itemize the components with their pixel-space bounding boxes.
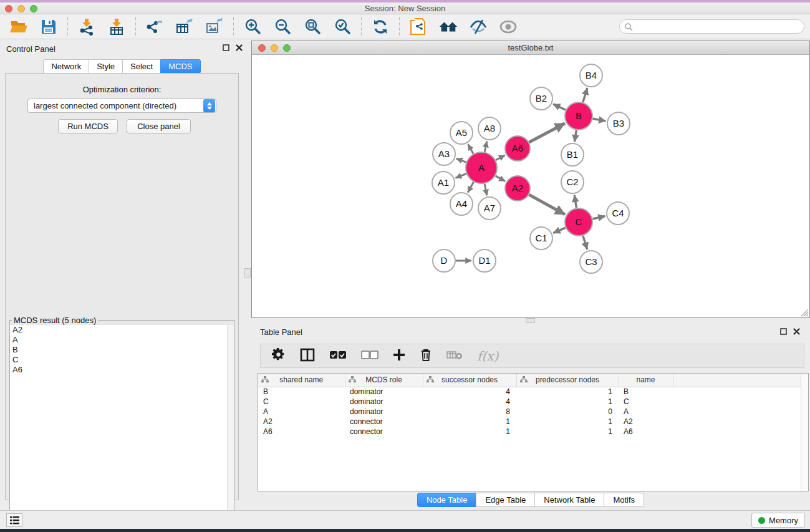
run-mcds-button[interactable]: Run MCDS — [58, 119, 118, 133]
column-header-name[interactable]: name — [619, 374, 673, 387]
node-C3[interactable]: C3 — [580, 251, 602, 273]
tab-select[interactable]: Select — [122, 59, 160, 74]
export-table-icon[interactable] — [175, 17, 195, 36]
node-B1[interactable]: B1 — [561, 143, 584, 166]
edge-A-A4[interactable] — [468, 182, 473, 193]
export-image-icon[interactable] — [205, 17, 224, 36]
edge-A-A7[interactable] — [485, 183, 487, 195]
node-D[interactable]: D — [433, 249, 455, 272]
close-window-button[interactable] — [5, 5, 12, 12]
show-all-icon[interactable] — [498, 17, 518, 36]
divider-grip-left[interactable] — [244, 268, 251, 278]
node-B4[interactable]: B4 — [580, 64, 602, 87]
edge-B-B3[interactable] — [593, 118, 606, 121]
edge-A-A6[interactable] — [496, 155, 505, 160]
edge-A-A1[interactable] — [456, 174, 466, 178]
edge-B-B2[interactable] — [553, 104, 566, 110]
result-item-a6[interactable]: A6 — [10, 365, 234, 375]
node-A4[interactable]: A4 — [450, 193, 473, 215]
edge-A2-C[interactable] — [529, 195, 565, 215]
node-A7[interactable]: A7 — [478, 197, 501, 220]
delete-table-icon[interactable] — [446, 350, 463, 362]
task-history-button[interactable] — [6, 513, 22, 527]
node-A3[interactable]: A3 — [433, 143, 455, 165]
node-B[interactable]: B — [565, 102, 592, 130]
table-columns-icon[interactable] — [300, 348, 315, 364]
divider-grip-bottom[interactable] — [526, 318, 535, 323]
column-header-predecessor-nodes[interactable]: predecessor nodes — [516, 374, 619, 387]
edge-B-B1[interactable] — [574, 130, 576, 142]
node-A6[interactable]: A6 — [505, 136, 530, 161]
node-A8[interactable]: A8 — [478, 117, 501, 140]
edge-C-C3[interactable] — [583, 236, 587, 249]
result-scrollbar[interactable] — [227, 325, 234, 528]
float-panel-icon[interactable] — [223, 44, 229, 51]
result-item-a[interactable]: A — [10, 335, 234, 345]
network-zoom-button[interactable] — [283, 44, 291, 52]
resize-grip-icon[interactable] — [800, 308, 809, 317]
import-table-icon[interactable] — [107, 17, 127, 36]
add-column-icon[interactable] — [393, 349, 405, 364]
table-scrollbar[interactable] — [801, 374, 808, 491]
close-panel-button[interactable]: Close panel — [127, 119, 191, 133]
edge-C-C2[interactable] — [574, 195, 576, 208]
close-panel-icon[interactable] — [236, 44, 243, 51]
edge-B-B4[interactable] — [583, 88, 587, 102]
close-table-panel-icon[interactable] — [793, 328, 800, 335]
node-C4[interactable]: C4 — [607, 202, 629, 225]
hide-selected-icon[interactable] — [468, 17, 488, 36]
tab-network[interactable]: Network — [43, 59, 89, 74]
memory-button[interactable]: Memory — [751, 513, 805, 528]
refresh-icon[interactable] — [370, 17, 390, 36]
zoom-in-icon[interactable] — [243, 17, 263, 36]
search-input[interactable] — [633, 22, 804, 31]
table-row-b[interactable]: Bdominator41B — [258, 387, 802, 397]
node-D1[interactable]: D1 — [473, 249, 496, 272]
open-session-icon[interactable] — [9, 17, 29, 36]
zoom-selected-icon[interactable] — [332, 17, 352, 36]
column-header-mcds-role[interactable]: MCDS role — [345, 374, 423, 387]
edge-A-A8[interactable] — [485, 142, 487, 152]
zoom-fit-icon[interactable] — [302, 17, 322, 36]
export-network-icon[interactable] — [145, 17, 165, 36]
function-builder-icon[interactable]: f(x) — [477, 349, 498, 364]
table-row-a6[interactable]: A6connector11A6 — [258, 427, 802, 437]
network-close-button[interactable] — [258, 44, 266, 52]
table-row-c[interactable]: Cdominator41C — [258, 397, 802, 407]
minimize-window-button[interactable] — [17, 5, 25, 12]
node-A[interactable]: A — [466, 152, 497, 183]
edge-A6-B[interactable] — [529, 123, 565, 142]
criterion-select[interactable]: largest connected component (directed) — [27, 99, 216, 113]
tab-motifs[interactable]: Motifs — [604, 493, 644, 507]
tab-network-table[interactable]: Network Table — [534, 493, 604, 507]
search-box[interactable] — [619, 19, 804, 34]
edge-C-C1[interactable] — [553, 228, 566, 233]
new-network-from-selection-icon[interactable] — [408, 17, 428, 36]
edge-A-A2[interactable] — [496, 176, 505, 181]
zoom-out-icon[interactable] — [272, 17, 292, 36]
table-row-a[interactable]: Adominator80A — [258, 407, 802, 417]
column-header-successor-nodes[interactable]: successor nodes — [423, 374, 516, 387]
node-A5[interactable]: A5 — [450, 122, 473, 144]
node-B2[interactable]: B2 — [530, 87, 552, 110]
network-minimize-button[interactable] — [271, 44, 278, 52]
node-C1[interactable]: C1 — [530, 227, 552, 249]
import-network-icon[interactable] — [77, 17, 97, 36]
tab-node-table[interactable]: Node Table — [417, 493, 476, 507]
save-session-icon[interactable] — [39, 17, 59, 36]
select-all-columns-icon[interactable] — [329, 351, 347, 362]
result-item-a2[interactable]: A2 — [10, 325, 234, 335]
network-canvas[interactable]: AA1A3A4A5A7A8A6A2BB1B2B3B4CC1C2C3C4DD1 — [252, 55, 809, 317]
table-row-a2[interactable]: A2connector11A2 — [258, 417, 802, 427]
tab-edge-table[interactable]: Edge Table — [476, 493, 534, 507]
edge-C-C4[interactable] — [592, 216, 605, 219]
column-header-shared-name[interactable]: shared name — [258, 374, 345, 387]
table-settings-icon[interactable] — [272, 348, 286, 364]
tab-mcds[interactable]: MCDS — [160, 59, 200, 74]
result-item-c[interactable]: C — [10, 355, 234, 365]
first-neighbors-icon[interactable] — [438, 17, 458, 36]
node-C2[interactable]: C2 — [561, 171, 584, 193]
node-B3[interactable]: B3 — [607, 112, 630, 135]
edge-A-A3[interactable] — [456, 158, 466, 162]
float-table-panel-icon[interactable] — [780, 328, 787, 335]
